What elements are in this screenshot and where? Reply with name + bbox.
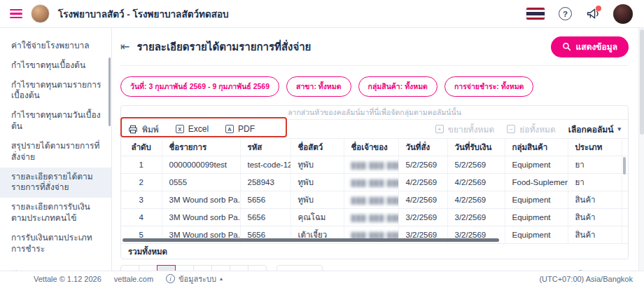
choose-columns-label: เลือกคอลัมน์ xyxy=(568,123,614,136)
page-size-value: 20 xyxy=(284,270,293,271)
filter-chip-product-group[interactable]: กลุ่มสินค้า: ทั้งหมด xyxy=(358,76,438,97)
clinic-avatar[interactable] xyxy=(31,4,50,23)
sidebar-item-gross-profit[interactable]: กำไรขาดทุนเบื้องต้น xyxy=(0,56,111,76)
column-header-animal-name[interactable]: ชื่อสัตว์ xyxy=(290,139,344,156)
pagination-next-button[interactable]: › xyxy=(230,265,248,271)
filter-chip-payment[interactable]: การจ่ายชำระ: ทั้งหมด xyxy=(444,76,534,97)
column-header-order-no[interactable]: ลำดับ xyxy=(121,139,162,156)
expand-all-icon: + xyxy=(435,125,444,133)
cell-type: สินค้า xyxy=(568,209,622,226)
page-scrollbar xyxy=(638,28,644,271)
table-horizontal-scrollbar[interactable] xyxy=(122,238,499,242)
pagination-first-button[interactable]: « xyxy=(120,265,139,271)
cell-animal-name: ทูพับ xyxy=(290,156,344,174)
hamburger-menu-icon[interactable] xyxy=(10,9,22,19)
filter-chips: วันที่: 3 กุมภาพันธ์ 2569 - 9 กุมภาพันธ์… xyxy=(120,66,629,105)
pagination-page-3[interactable]: 3 xyxy=(193,265,212,271)
sidebar-item-hospital-expenses[interactable]: ค่าใช้จ่ายโรงพยาบาล xyxy=(0,36,111,56)
collapse-panel-icon[interactable]: ⇤ xyxy=(120,41,130,53)
export-pdf-button[interactable]: A PDF xyxy=(225,124,255,134)
column-header-code[interactable]: รหัส xyxy=(240,139,290,156)
column-header-order-date[interactable]: วันที่สั่ง xyxy=(398,139,447,156)
group-by-hint[interactable]: ลากส่วนหัวของคอลัมน์มาที่นี่เพื่อจัดกลุ่… xyxy=(121,106,628,120)
filter-chip-branch[interactable]: สาขา: ทั้งหมด xyxy=(286,76,351,97)
cell-code: 5656 xyxy=(240,209,290,226)
cell-spacer xyxy=(622,226,629,244)
cell-product-group: Equipment xyxy=(505,191,568,209)
pagination-page-2[interactable]: 2 xyxy=(175,265,194,271)
collapse-all-button[interactable]: − ย่อทั้งหมด xyxy=(507,123,556,136)
export-excel-label: Excel xyxy=(188,124,209,134)
page-size-select[interactable]: 20 ▾ xyxy=(276,265,323,271)
pagination-summary: 1 จาก 4 หน้า (76 รายการ) xyxy=(545,268,629,271)
column-header-owner-name[interactable]: ชื่อเจ้าของ xyxy=(344,139,398,156)
table-row[interactable]: 2 0555 258943 ทูพับ ███ ███ ███ 4/2/2569… xyxy=(121,174,629,191)
cell-item-name: 0000000099test xyxy=(162,156,240,174)
sidebar-item-income-summary-by-order[interactable]: สรุปรายได้ตามรายการที่สั่งจ่าย xyxy=(0,137,111,168)
sidebar-section-inventory: ข้อมูลคลัง xyxy=(0,259,111,271)
excel-file-icon: X xyxy=(176,125,184,133)
language-flag-thai-icon[interactable] xyxy=(526,8,545,20)
pagination-prev-button[interactable]: ‹ xyxy=(139,265,158,271)
help-icon[interactable]: ? xyxy=(559,7,572,20)
cell-spacer xyxy=(622,174,629,191)
pagination-last-button[interactable]: » xyxy=(248,265,267,271)
sidebar-item-profit-by-item[interactable]: กำไรขาดทุนตามรายการเบื้องต้น xyxy=(0,76,111,107)
cell-product-group: Equipment xyxy=(505,156,568,174)
cell-order-no: 2 xyxy=(121,174,162,191)
sidebar-item-income-detail-by-order[interactable]: รายละเอียดรายได้ตามรายการที่สั่งจ่าย xyxy=(0,168,111,198)
sidebar-item-profit-by-day[interactable]: กำไรขาดทุนตามวันเบื้องต้น xyxy=(0,106,111,137)
table-row[interactable]: 3 3M Wound sorb Pa... 5656 ทูพับ ███ ███… xyxy=(121,191,629,209)
export-pdf-label: PDF xyxy=(238,124,255,134)
grid-toolbar: พิมพ์ X Excel A PDF + ขยายทั้งหมด xyxy=(121,120,628,139)
expand-all-button[interactable]: + ขยายทั้งหมด xyxy=(435,123,494,136)
pagination-bar: « ‹ 1 2 3 4 › » 20 ▾ 1 จาก 4 หน้า (76 รา… xyxy=(120,265,629,271)
show-data-button[interactable]: แสดงข้อมูล xyxy=(551,36,629,57)
choose-columns-button[interactable]: เลือกคอลัมน์ ▾ xyxy=(568,123,621,136)
cell-product-group: Food-Suplement xyxy=(505,174,568,191)
column-header-type[interactable]: ประเภท xyxy=(568,139,622,156)
print-button[interactable]: พิมพ์ xyxy=(128,123,159,136)
cell-product-group: Equipment xyxy=(505,226,568,244)
cell-order-no: 1 xyxy=(121,156,162,174)
export-excel-button[interactable]: X Excel xyxy=(176,124,209,134)
cell-type: สินค้า xyxy=(568,191,622,209)
cell-spacer xyxy=(622,191,629,209)
table-row[interactable]: 1 0000000099test test-code-123 ทูพับ ███… xyxy=(121,156,629,174)
cell-order-date: 4/2/2569 xyxy=(398,174,447,191)
sidebar-scrollbar-thumb[interactable] xyxy=(108,57,111,126)
column-header-product-group[interactable]: กลุ่มสินค้า xyxy=(505,139,568,156)
page-scrollbar-thumb[interactable] xyxy=(640,29,644,135)
sidebar-item-receipt-by-payment-type[interactable]: การรับเงินตามประเภทการชำระ xyxy=(0,229,111,259)
cell-owner-name-redacted: ███ ███ ███ xyxy=(351,162,399,169)
table-vertical-scrollbar[interactable] xyxy=(623,157,626,175)
table-header-row: ลำดับ ชื่อรายการ รหัส ชื่อสัตว์ ชื่อเจ้า… xyxy=(121,139,629,156)
announcements-megaphone-icon[interactable] xyxy=(586,8,599,20)
filter-chip-date[interactable]: วันที่: 3 กุมภาพันธ์ 2569 - 9 กุมภาพันธ์… xyxy=(120,76,279,97)
cell-item-name: 0555 xyxy=(162,174,240,191)
cell-paid-date: 4/2/2569 xyxy=(447,191,505,209)
app-title: โรงพยาบาลสัตว์ - โรงพยาบาลสัตว์ทดสอบ xyxy=(58,6,229,22)
app-footer: Vettale © 1.12 2026 vettale.com i ข้อมูล… xyxy=(0,271,644,286)
cell-paid-date: 4/2/2569 xyxy=(447,174,505,191)
pagination-page-4[interactable]: 4 xyxy=(211,265,230,271)
column-header-item-name[interactable]: ชื่อรายการ xyxy=(162,139,240,156)
cell-order-no: 3 xyxy=(121,191,162,209)
show-data-button-label: แสดงข้อมูล xyxy=(576,40,617,53)
info-icon: i xyxy=(166,274,175,283)
cell-animal-name: ทูพับ xyxy=(290,191,344,209)
chevron-down-icon: ▾ xyxy=(312,271,315,271)
cell-order-date: 5/2/2569 xyxy=(398,156,447,174)
cell-animal-name: คุณโฉม xyxy=(290,209,344,226)
user-avatar[interactable] xyxy=(613,4,633,24)
website-link[interactable]: vettale.com xyxy=(114,275,153,283)
column-header-paid-date[interactable]: วันที่รับเงิน xyxy=(447,139,505,156)
cell-owner-name-redacted: ███ ███ ███ xyxy=(351,214,399,222)
sidebar-item-receipt-by-patient-type[interactable]: รายละเอียดการรับเงินตามประเภทคนไข้ xyxy=(0,198,111,229)
app-header: โรงพยาบาลสัตว์ - โรงพยาบาลสัตว์ทดสอบ ? xyxy=(0,0,644,28)
table-row[interactable]: 4 3M Wound sorb Pa... 5656 คุณโฉม ███ ██… xyxy=(121,209,629,226)
system-info-button[interactable]: i ข้อมูลระบบ ▴ xyxy=(166,273,223,285)
pagination-page-1[interactable]: 1 xyxy=(157,265,176,271)
cell-code: test-code-123 xyxy=(240,156,290,174)
notification-dot xyxy=(596,6,601,11)
